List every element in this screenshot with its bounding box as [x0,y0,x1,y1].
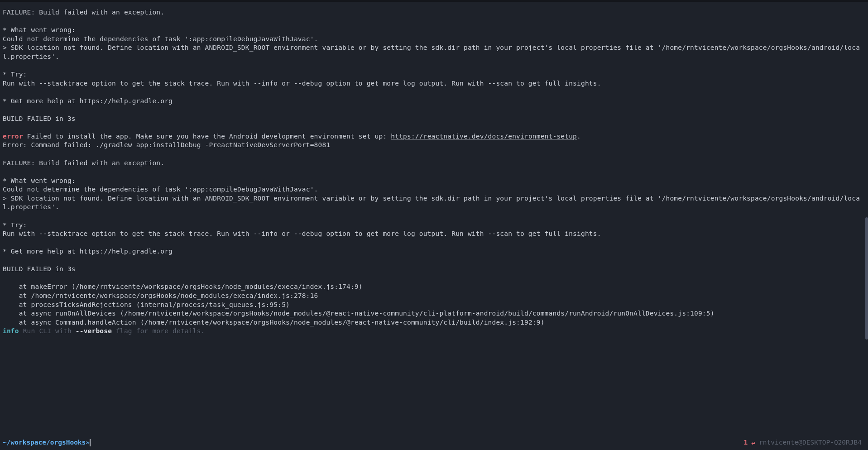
info-text-2: flag for more details. [112,327,205,335]
terminal-output[interactable]: FAILURE: Build failed with an exception.… [0,2,868,339]
exit-code: 1 [744,438,748,447]
wrong-header-2: * What went wrong: [3,177,76,184]
help-line-2: * Get more help at https://help.gradle.o… [3,248,173,255]
stack-line: at makeError (/home/rntvicente/workspace… [3,283,363,290]
failure-line: FAILURE: Build failed with an exception. [3,9,164,16]
wrong-detail-1: Could not determine the dependencies of … [3,35,318,43]
error-command: Error: Command failed: ./gradlew app:ins… [3,141,330,148]
prompt-path: ~/workspace/orgsHooks [3,438,86,447]
user-host: rntvicente@DESKTOP-Q20RJB4 [759,438,862,447]
try-detail: Run with --stacktrace option to get the … [3,80,601,87]
env-setup-link[interactable]: https://reactnative.dev/docs/environment… [391,133,577,140]
error-tag: error [3,133,23,140]
wrong-detail-1b: Could not determine the dependencies of … [3,186,318,193]
stack-line: at processTicksAndRejections (internal/p… [3,301,290,308]
error-message: Failed to install the app. Make sure you… [23,133,391,140]
stack-line: at async Command.handleAction (/home/rnt… [3,319,545,326]
info-text-1: Run CLI with [19,327,76,335]
build-failed-line: BUILD FAILED in 3s [3,115,76,122]
scrollbar-thumb[interactable] [865,217,868,340]
stack-line: at async runOnAllDevices (/home/rntvicen… [3,310,715,317]
try-header-2: * Try: [3,221,27,229]
stack-line: at /home/rntvicente/workspace/orgsHooks/… [3,292,318,299]
info-tag: info [3,327,19,335]
cursor[interactable] [90,439,91,446]
help-line: * Get more help at https://help.gradle.o… [3,97,173,105]
prompt-symbol: » [86,438,90,447]
failure-line-2: FAILURE: Build failed with an exception. [3,159,164,167]
error-suffix: . [577,133,581,140]
wrong-detail-2b: > SDK location not found. Define locatio… [3,195,860,211]
build-failed-line-2: BUILD FAILED in 3s [3,265,76,273]
try-header: * Try: [3,71,27,78]
wrong-detail-2: > SDK location not found. Define locatio… [3,44,860,60]
info-flag: --verbose [76,327,112,335]
try-detail-2: Run with --stacktrace option to get the … [3,230,601,237]
prompt-line: ~/workspace/orgsHooks » 1 ↵ rntvicente@D… [3,438,865,447]
return-icon: ↵ [751,438,755,447]
wrong-header: * What went wrong: [3,26,76,34]
